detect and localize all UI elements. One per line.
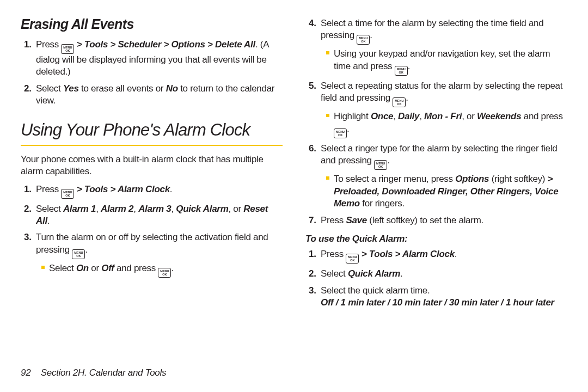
menu-ok-icon: MENUOK [374,160,387,170]
menu-ok-icon: MENUOK [61,189,74,199]
option-no: No [166,83,178,94]
text: and press [521,111,562,121]
quick-alarm-options: Off / 1 min later / 10 min later / 30 mi… [321,297,554,308]
sub-list: Using your keypad and/or navigation key,… [321,48,567,75]
quick-step-2: Select Quick Alarm. [318,268,567,280]
alarm-step-1: Press MENUOK > Tools > Alarm Clock. [34,183,283,199]
sub-item: Select On or Off and press MENUOK. [41,262,283,278]
menu-ok-icon: MENUOK [72,249,85,259]
text: . [455,249,457,259]
text: (left softkey) to set the alarm. [367,215,483,225]
left-column: Erasing All Events Press MENUOK > Tools … [21,15,283,316]
option-save: Save [346,215,367,225]
sub-list: Highlight Once, Daily, Mon - Fri, or Wee… [321,111,567,138]
option: On [76,263,89,273]
text: . [171,263,173,273]
text: . [406,93,408,103]
menu-ok-icon: MENUOK [158,268,171,278]
alarm-step-3: Turn the alarm on or off by selecting th… [34,231,283,277]
heading-quick-alarm: To use the Quick Alarm: [305,233,567,245]
option: Quick Alarm [176,204,228,214]
text: to erase all events or [79,83,166,94]
sub-item: To select a ringer menu, press Options (… [326,173,567,210]
text: . [170,184,172,194]
text: , or [462,111,477,121]
menu-ok-icon: MENUOK [334,128,347,138]
sub-item: Using your keypad and/or navigation key,… [326,48,567,75]
text: , or [228,204,243,214]
alarm-intro: Your phone comes with a built-in alarm c… [21,154,283,178]
quick-step-3: Select the quick alarm time. Off / 1 min… [318,285,567,309]
text: To select a ringer menu, press [334,174,455,184]
menu-ok-icon: MENUOK [395,66,408,76]
text: , [419,111,424,121]
menu-path: > Tools > Alarm Clock [74,184,169,194]
page-columns: Erasing All Events Press MENUOK > Tools … [21,15,567,316]
alarm-step-4: Select a time for the alarm by selecting… [318,17,567,76]
section-label: Section 2H. Calendar and Tools [41,367,166,378]
erase-steps-list: Press MENUOK > Tools > Scheduler > Optio… [21,39,283,107]
text: Press [321,215,346,225]
text: and press [114,263,158,273]
text: Select a time for the alarm by selecting… [321,18,543,40]
text: Press [36,184,61,194]
text: , [393,111,398,121]
text: Press [36,39,61,50]
text: Select [36,83,63,94]
alarm-step-6: Select a ringer type for the alarm by se… [318,143,567,210]
option: Off [101,263,114,273]
text: or [89,263,101,273]
text: Select a ringer type for the alarm by se… [321,143,557,166]
text: . [408,61,410,71]
text: . [387,155,389,166]
text: Select a repeating status for the alarm … [321,81,562,103]
option: Mon - Fri [424,111,462,121]
text: . [347,124,349,134]
heading-erasing-all-events: Erasing All Events [21,15,283,33]
menu-path: > Tools > Scheduler > Options > Delete A… [74,39,255,50]
text: . [370,30,372,40]
sub-item: Highlight Once, Daily, Mon - Fri, or Wee… [326,111,567,138]
text: . [47,216,50,226]
text: Select the quick alarm time. [321,285,430,296]
alarm-steps-list-right: Select a time for the alarm by selecting… [305,17,567,226]
text: Press [321,249,346,259]
option: Alarm 3 [138,204,171,214]
option: Alarm 2 [101,204,133,214]
option: Options [455,174,489,184]
text: . [400,268,402,279]
text: Select [49,263,76,273]
alarm-step-2: Select Alarm 1, Alarm 2, Alarm 3, Quick … [34,203,283,228]
sub-list: Select On or Off and press MENUOK. [36,262,283,278]
alarm-step-7: Press Save (left softkey) to set the ala… [318,215,567,226]
heading-using-alarm-clock: Using Your Phone's Alarm Clock [21,119,283,146]
menu-ok-icon: MENUOK [346,254,359,264]
right-column: Select a time for the alarm by selecting… [305,15,567,316]
page-number: 92 [21,367,30,378]
text: Highlight [334,111,371,121]
erase-step-2: Select Yes to erase all events or No to … [34,83,283,107]
text: for ringers. [360,198,405,209]
text: Select [321,268,348,279]
menu-path: > Tools > Alarm Clock [359,249,454,259]
text: Turn the alarm on or off by selecting th… [36,232,268,254]
option: Daily [398,111,419,121]
text: , [133,204,138,214]
text: Select [36,204,63,214]
text: , [171,204,176,214]
quick-step-1: Press MENUOK > Tools > Alarm Clock. [318,248,567,264]
option: Weekends [477,111,521,121]
menu-ok-icon: MENUOK [61,44,74,54]
menu-ok-icon: MENUOK [357,35,370,45]
text: Using your keypad and/or navigation key,… [334,48,550,71]
quick-alarm-steps: Press MENUOK > Tools > Alarm Clock. Sele… [305,248,567,309]
text: (right softkey) [489,174,547,184]
option-yes: Yes [63,83,79,94]
text: . [85,244,87,255]
option: Alarm 1 [63,204,96,214]
alarm-steps-list-left: Press MENUOK > Tools > Alarm Clock. Sele… [21,183,283,278]
menu-ok-icon: MENUOK [393,97,406,107]
page-footer: 92 Section 2H. Calendar and Tools [21,367,166,379]
sub-list: To select a ringer menu, press Options (… [321,173,567,210]
option: Quick Alarm [348,268,400,279]
